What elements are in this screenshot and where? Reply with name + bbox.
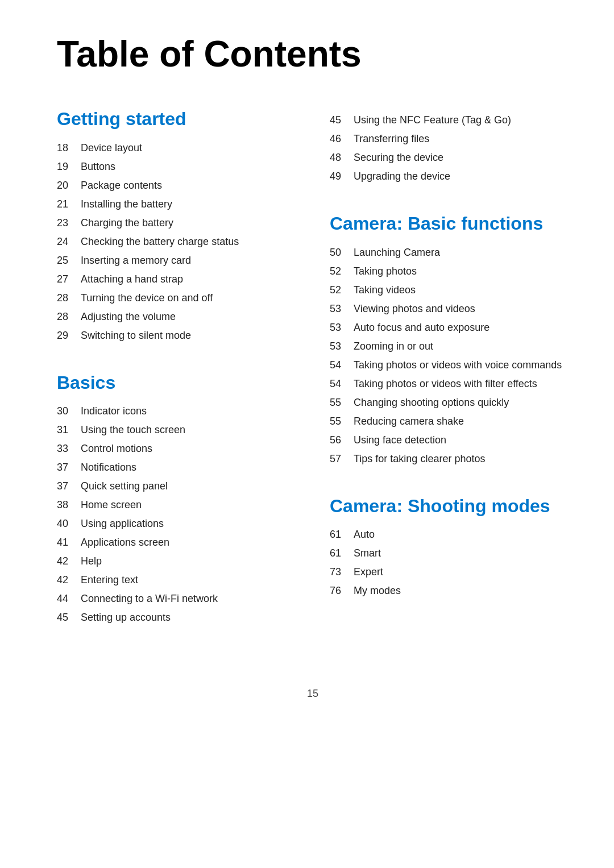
list-item: 48 Securing the device (330, 150, 569, 165)
list-item: 21 Installing the battery (57, 197, 296, 212)
item-label: Using applications (81, 516, 164, 531)
page-num: 37 (57, 460, 81, 475)
page-num: 29 (57, 328, 81, 343)
item-label: Notifications (81, 460, 136, 475)
page-num: 33 (57, 441, 81, 456)
list-item: 53 Zooming in or out (330, 339, 569, 354)
list-item: 19 Buttons (57, 159, 296, 175)
page-num: 45 (330, 113, 354, 128)
page-num: 31 (57, 422, 81, 438)
list-item: 57 Tips for taking clearer photos (330, 451, 569, 467)
list-item: 45 Setting up accounts (57, 610, 296, 625)
list-item: 76 My modes (330, 583, 569, 599)
item-label: Inserting a memory card (81, 253, 191, 268)
list-item: 44 Connecting to a Wi-Fi network (57, 591, 296, 607)
item-label: Reducing camera shake (354, 414, 464, 429)
item-label: Smart (354, 546, 381, 561)
section-title-basics: Basics (57, 372, 296, 393)
item-label: Applications screen (81, 535, 169, 550)
item-label: Tips for taking clearer photos (354, 451, 485, 467)
item-label: Adjusting the volume (81, 309, 176, 325)
page-num: 30 (57, 404, 81, 419)
list-item: 37 Notifications (57, 460, 296, 475)
section-continued: 45 Using the NFC Feature (Tag & Go) 46 T… (330, 113, 569, 184)
item-label: Transferring files (354, 131, 429, 147)
item-label: Attaching a hand strap (81, 272, 183, 287)
item-label: Launching Camera (354, 245, 440, 260)
list-item: 27 Attaching a hand strap (57, 272, 296, 287)
item-label: Charging the battery (81, 215, 173, 231)
page-num: 53 (330, 320, 354, 335)
item-label: Viewing photos and videos (354, 301, 475, 317)
page-num: 50 (330, 245, 354, 260)
list-item: 49 Upgrading the device (330, 169, 569, 184)
list-item: 24 Checking the battery charge status (57, 234, 296, 250)
right-column: 45 Using the NFC Feature (Tag & Go) 46 T… (330, 108, 569, 627)
item-label: Securing the device (354, 150, 443, 165)
page-num: 56 (330, 433, 354, 448)
item-label: Auto focus and auto exposure (354, 320, 489, 335)
section-camera-basic: Camera: Basic functions 50 Launching Cam… (330, 213, 569, 466)
content-columns: Getting started 18 Device layout 19 Butt… (57, 108, 569, 654)
item-label: Indicator icons (81, 404, 147, 419)
page-num: 42 (57, 554, 81, 569)
page-num: 28 (57, 290, 81, 306)
list-item: 61 Auto (330, 527, 569, 542)
list-item: 23 Charging the battery (57, 215, 296, 231)
item-label: Home screen (81, 497, 142, 513)
list-item: 45 Using the NFC Feature (Tag & Go) (330, 113, 569, 128)
page-num: 73 (330, 564, 354, 580)
section-camera-shooting: Camera: Shooting modes 61 Auto 61 Smart … (330, 495, 569, 599)
list-item: 52 Taking photos (330, 264, 569, 279)
list-item: 38 Home screen (57, 497, 296, 513)
page-num: 23 (57, 215, 81, 231)
list-item: 25 Inserting a memory card (57, 253, 296, 268)
item-label: Using the touch screen (81, 422, 185, 438)
page-num: 52 (330, 283, 354, 298)
list-item: 37 Quick setting panel (57, 479, 296, 494)
item-label: Help (81, 554, 102, 569)
page-num: 19 (57, 159, 81, 175)
list-item: 55 Reducing camera shake (330, 414, 569, 429)
section-title-camera-shooting: Camera: Shooting modes (330, 495, 569, 517)
page-num: 61 (330, 546, 354, 561)
list-item: 61 Smart (330, 546, 569, 561)
list-item: 46 Transferring files (330, 131, 569, 147)
list-item: 33 Control motions (57, 441, 296, 456)
page-num: 46 (330, 131, 354, 147)
list-item: 29 Switching to silent mode (57, 328, 296, 343)
list-item: 52 Taking videos (330, 283, 569, 298)
item-label: Taking photos or videos with filter effe… (354, 376, 537, 392)
page-num: 38 (57, 497, 81, 513)
page-num: 54 (330, 358, 354, 373)
page-num: 52 (330, 264, 354, 279)
section-title-camera-basic: Camera: Basic functions (330, 213, 569, 234)
item-label: Taking videos (354, 283, 416, 298)
page-num: 54 (330, 376, 354, 392)
item-label: Changing shooting options quickly (354, 395, 509, 410)
page-num: 53 (330, 301, 354, 317)
toc-list-continued: 45 Using the NFC Feature (Tag & Go) 46 T… (330, 113, 569, 184)
page-num: 28 (57, 309, 81, 325)
item-label: Installing the battery (81, 197, 172, 212)
page-num: 49 (330, 169, 354, 184)
page-num: 61 (330, 527, 354, 542)
list-item: 20 Package contents (57, 178, 296, 193)
list-item: 50 Launching Camera (330, 245, 569, 260)
list-item: 56 Using face detection (330, 433, 569, 448)
item-label: Control motions (81, 441, 152, 456)
list-item: 30 Indicator icons (57, 404, 296, 419)
list-item: 18 Device layout (57, 140, 296, 156)
item-label: My modes (354, 583, 401, 599)
page-number: 15 (57, 688, 569, 700)
toc-list-basics: 30 Indicator icons 31 Using the touch sc… (57, 404, 296, 625)
list-item: 53 Viewing photos and videos (330, 301, 569, 317)
list-item: 54 Taking photos or videos with filter e… (330, 376, 569, 392)
item-label: Auto (354, 527, 375, 542)
page-num: 40 (57, 516, 81, 531)
list-item: 54 Taking photos or videos with voice co… (330, 358, 569, 373)
item-label: Taking photos (354, 264, 417, 279)
page-num: 24 (57, 234, 81, 250)
list-item: 53 Auto focus and auto exposure (330, 320, 569, 335)
item-label: Setting up accounts (81, 610, 171, 625)
